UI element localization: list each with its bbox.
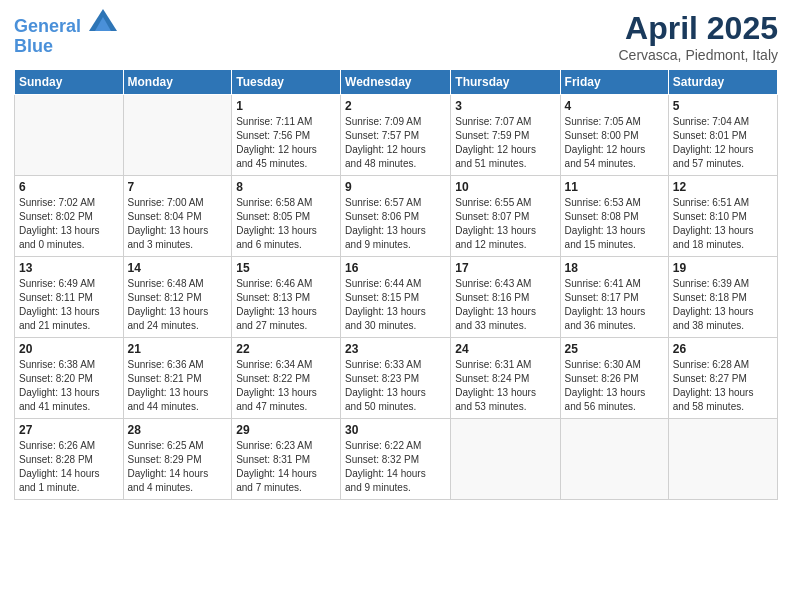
calendar-cell: 15Sunrise: 6:46 AM Sunset: 8:13 PM Dayli… — [232, 257, 341, 338]
calendar-week-1: 6Sunrise: 7:02 AM Sunset: 8:02 PM Daylig… — [15, 176, 778, 257]
day-number: 25 — [565, 342, 664, 356]
day-info: Sunrise: 6:25 AM Sunset: 8:29 PM Dayligh… — [128, 439, 228, 495]
calendar-cell: 16Sunrise: 6:44 AM Sunset: 8:15 PM Dayli… — [341, 257, 451, 338]
calendar-cell: 10Sunrise: 6:55 AM Sunset: 8:07 PM Dayli… — [451, 176, 560, 257]
day-info: Sunrise: 6:46 AM Sunset: 8:13 PM Dayligh… — [236, 277, 336, 333]
day-number: 16 — [345, 261, 446, 275]
day-info: Sunrise: 6:31 AM Sunset: 8:24 PM Dayligh… — [455, 358, 555, 414]
day-info: Sunrise: 7:07 AM Sunset: 7:59 PM Dayligh… — [455, 115, 555, 171]
weekday-header-row: SundayMondayTuesdayWednesdayThursdayFrid… — [15, 70, 778, 95]
day-info: Sunrise: 6:28 AM Sunset: 8:27 PM Dayligh… — [673, 358, 773, 414]
day-number: 1 — [236, 99, 336, 113]
day-number: 21 — [128, 342, 228, 356]
day-info: Sunrise: 7:11 AM Sunset: 7:56 PM Dayligh… — [236, 115, 336, 171]
calendar-cell: 30Sunrise: 6:22 AM Sunset: 8:32 PM Dayli… — [341, 419, 451, 500]
day-info: Sunrise: 6:38 AM Sunset: 8:20 PM Dayligh… — [19, 358, 119, 414]
calendar-cell: 23Sunrise: 6:33 AM Sunset: 8:23 PM Dayli… — [341, 338, 451, 419]
calendar-cell: 12Sunrise: 6:51 AM Sunset: 8:10 PM Dayli… — [668, 176, 777, 257]
day-info: Sunrise: 6:49 AM Sunset: 8:11 PM Dayligh… — [19, 277, 119, 333]
day-number: 5 — [673, 99, 773, 113]
calendar-cell: 9Sunrise: 6:57 AM Sunset: 8:06 PM Daylig… — [341, 176, 451, 257]
weekday-header-friday: Friday — [560, 70, 668, 95]
weekday-header-thursday: Thursday — [451, 70, 560, 95]
calendar-cell: 29Sunrise: 6:23 AM Sunset: 8:31 PM Dayli… — [232, 419, 341, 500]
calendar-cell: 28Sunrise: 6:25 AM Sunset: 8:29 PM Dayli… — [123, 419, 232, 500]
calendar-week-3: 20Sunrise: 6:38 AM Sunset: 8:20 PM Dayli… — [15, 338, 778, 419]
day-info: Sunrise: 6:55 AM Sunset: 8:07 PM Dayligh… — [455, 196, 555, 252]
calendar-cell: 3Sunrise: 7:07 AM Sunset: 7:59 PM Daylig… — [451, 95, 560, 176]
weekday-header-tuesday: Tuesday — [232, 70, 341, 95]
calendar-cell — [123, 95, 232, 176]
weekday-header-sunday: Sunday — [15, 70, 124, 95]
calendar-cell: 22Sunrise: 6:34 AM Sunset: 8:22 PM Dayli… — [232, 338, 341, 419]
calendar-cell: 24Sunrise: 6:31 AM Sunset: 8:24 PM Dayli… — [451, 338, 560, 419]
day-info: Sunrise: 6:41 AM Sunset: 8:17 PM Dayligh… — [565, 277, 664, 333]
day-info: Sunrise: 6:26 AM Sunset: 8:28 PM Dayligh… — [19, 439, 119, 495]
calendar-cell: 14Sunrise: 6:48 AM Sunset: 8:12 PM Dayli… — [123, 257, 232, 338]
calendar-cell: 7Sunrise: 7:00 AM Sunset: 8:04 PM Daylig… — [123, 176, 232, 257]
day-info: Sunrise: 6:53 AM Sunset: 8:08 PM Dayligh… — [565, 196, 664, 252]
day-number: 18 — [565, 261, 664, 275]
day-number: 28 — [128, 423, 228, 437]
calendar-table: SundayMondayTuesdayWednesdayThursdayFrid… — [14, 69, 778, 500]
day-info: Sunrise: 6:34 AM Sunset: 8:22 PM Dayligh… — [236, 358, 336, 414]
calendar-cell: 1Sunrise: 7:11 AM Sunset: 7:56 PM Daylig… — [232, 95, 341, 176]
logo-icon — [89, 8, 117, 32]
day-number: 27 — [19, 423, 119, 437]
day-info: Sunrise: 6:51 AM Sunset: 8:10 PM Dayligh… — [673, 196, 773, 252]
day-info: Sunrise: 7:09 AM Sunset: 7:57 PM Dayligh… — [345, 115, 446, 171]
calendar-week-0: 1Sunrise: 7:11 AM Sunset: 7:56 PM Daylig… — [15, 95, 778, 176]
day-info: Sunrise: 6:33 AM Sunset: 8:23 PM Dayligh… — [345, 358, 446, 414]
title-area: April 2025 Cervasca, Piedmont, Italy — [618, 10, 778, 63]
day-info: Sunrise: 6:58 AM Sunset: 8:05 PM Dayligh… — [236, 196, 336, 252]
calendar-cell: 11Sunrise: 6:53 AM Sunset: 8:08 PM Dayli… — [560, 176, 668, 257]
calendar-cell — [560, 419, 668, 500]
day-number: 26 — [673, 342, 773, 356]
day-info: Sunrise: 7:04 AM Sunset: 8:01 PM Dayligh… — [673, 115, 773, 171]
weekday-header-wednesday: Wednesday — [341, 70, 451, 95]
calendar-cell: 6Sunrise: 7:02 AM Sunset: 8:02 PM Daylig… — [15, 176, 124, 257]
location: Cervasca, Piedmont, Italy — [618, 47, 778, 63]
calendar-cell: 8Sunrise: 6:58 AM Sunset: 8:05 PM Daylig… — [232, 176, 341, 257]
calendar-cell: 18Sunrise: 6:41 AM Sunset: 8:17 PM Dayli… — [560, 257, 668, 338]
day-info: Sunrise: 6:30 AM Sunset: 8:26 PM Dayligh… — [565, 358, 664, 414]
day-number: 22 — [236, 342, 336, 356]
day-number: 29 — [236, 423, 336, 437]
day-info: Sunrise: 6:39 AM Sunset: 8:18 PM Dayligh… — [673, 277, 773, 333]
logo-text: General Blue — [14, 10, 117, 57]
day-number: 2 — [345, 99, 446, 113]
calendar-cell — [668, 419, 777, 500]
day-number: 8 — [236, 180, 336, 194]
day-number: 6 — [19, 180, 119, 194]
day-info: Sunrise: 7:02 AM Sunset: 8:02 PM Dayligh… — [19, 196, 119, 252]
calendar-cell — [451, 419, 560, 500]
day-info: Sunrise: 6:23 AM Sunset: 8:31 PM Dayligh… — [236, 439, 336, 495]
calendar-cell: 19Sunrise: 6:39 AM Sunset: 8:18 PM Dayli… — [668, 257, 777, 338]
calendar-cell: 4Sunrise: 7:05 AM Sunset: 8:00 PM Daylig… — [560, 95, 668, 176]
day-number: 7 — [128, 180, 228, 194]
day-info: Sunrise: 7:00 AM Sunset: 8:04 PM Dayligh… — [128, 196, 228, 252]
day-number: 3 — [455, 99, 555, 113]
calendar-cell: 5Sunrise: 7:04 AM Sunset: 8:01 PM Daylig… — [668, 95, 777, 176]
calendar-cell — [15, 95, 124, 176]
day-number: 14 — [128, 261, 228, 275]
calendar-cell: 17Sunrise: 6:43 AM Sunset: 8:16 PM Dayli… — [451, 257, 560, 338]
calendar-cell: 27Sunrise: 6:26 AM Sunset: 8:28 PM Dayli… — [15, 419, 124, 500]
calendar-week-2: 13Sunrise: 6:49 AM Sunset: 8:11 PM Dayli… — [15, 257, 778, 338]
logo: General Blue — [14, 10, 117, 57]
day-info: Sunrise: 6:43 AM Sunset: 8:16 PM Dayligh… — [455, 277, 555, 333]
page: General Blue April 2025 Cervasca, Piedmo… — [0, 0, 792, 612]
day-number: 9 — [345, 180, 446, 194]
day-number: 23 — [345, 342, 446, 356]
day-info: Sunrise: 6:57 AM Sunset: 8:06 PM Dayligh… — [345, 196, 446, 252]
day-number: 30 — [345, 423, 446, 437]
month-title: April 2025 — [618, 10, 778, 47]
calendar-cell: 2Sunrise: 7:09 AM Sunset: 7:57 PM Daylig… — [341, 95, 451, 176]
logo-blue: Blue — [14, 36, 53, 56]
calendar-cell: 21Sunrise: 6:36 AM Sunset: 8:21 PM Dayli… — [123, 338, 232, 419]
day-number: 10 — [455, 180, 555, 194]
weekday-header-saturday: Saturday — [668, 70, 777, 95]
day-info: Sunrise: 7:05 AM Sunset: 8:00 PM Dayligh… — [565, 115, 664, 171]
day-number: 20 — [19, 342, 119, 356]
calendar-cell: 13Sunrise: 6:49 AM Sunset: 8:11 PM Dayli… — [15, 257, 124, 338]
